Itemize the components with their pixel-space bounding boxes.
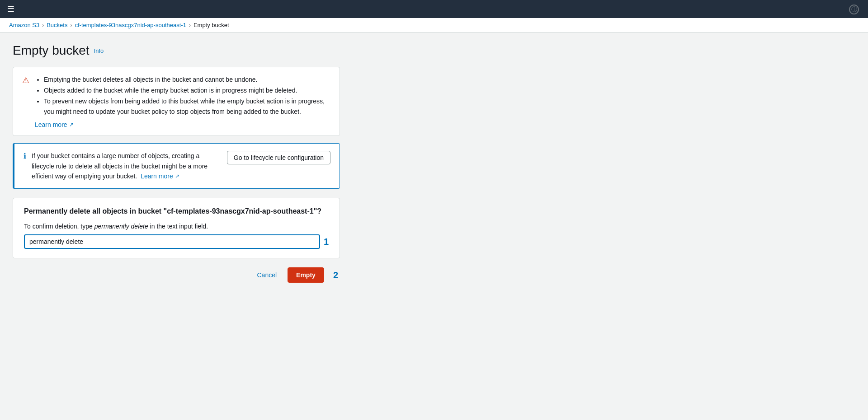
- step-2-number: 2: [333, 270, 338, 280]
- cancel-button[interactable]: Cancel: [251, 269, 282, 281]
- step-1-number: 1: [324, 237, 329, 247]
- top-navigation-bar: ☰: [0, 0, 868, 18]
- confirmation-input[interactable]: [24, 234, 320, 249]
- warning-bullet-2: Objects added to the bucket while the em…: [44, 85, 330, 96]
- warning-bullet-1: Emptying the bucket deletes all objects …: [44, 75, 330, 85]
- breadcrumb-current-page: Empty bucket: [193, 22, 229, 28]
- external-link-icon-info: ↗: [175, 172, 179, 181]
- info-box: ℹ If your bucket contains a large number…: [13, 143, 340, 189]
- info-circle-icon: ℹ: [24, 152, 26, 160]
- info-box-text: If your bucket contains a large number o…: [32, 151, 222, 181]
- warning-learn-more-link[interactable]: Learn more ↗: [35, 121, 74, 128]
- info-learn-more-link[interactable]: Learn more ↗: [141, 171, 179, 181]
- breadcrumb-bucket-name[interactable]: cf-templates-93nascgx7nid-ap-southeast-1: [75, 22, 186, 28]
- delete-instruction: To confirm deletion, type permanently de…: [24, 223, 329, 230]
- warning-bullet-3: To prevent new objects from being added …: [44, 96, 330, 118]
- lifecycle-rule-button[interactable]: Go to lifecycle rule configuration: [227, 151, 330, 164]
- page-title-row: Empty bucket Info: [13, 43, 340, 58]
- breadcrumb-amazon-s3[interactable]: Amazon S3: [9, 22, 39, 28]
- warning-box: ⚠ Emptying the bucket deletes all object…: [13, 67, 340, 136]
- delete-confirmation-box: Permanently delete all objects in bucket…: [13, 198, 340, 258]
- breadcrumb-buckets[interactable]: Buckets: [47, 22, 67, 28]
- breadcrumb-sep-2: ›: [70, 22, 72, 28]
- action-row: Cancel Empty 2: [13, 267, 340, 283]
- external-link-icon-warning: ↗: [69, 121, 74, 128]
- help-icon[interactable]: ⓘ: [849, 5, 859, 14]
- page-title: Empty bucket: [13, 43, 90, 58]
- warning-icon: ⚠: [22, 75, 29, 128]
- breadcrumb-sep-3: ›: [189, 22, 191, 28]
- warning-content: Emptying the bucket deletes all objects …: [35, 75, 330, 128]
- main-content: Empty bucket Info ⚠ Emptying the bucket …: [0, 33, 353, 294]
- menu-icon[interactable]: ☰: [7, 4, 14, 14]
- breadcrumb: Amazon S3 › Buckets › cf-templates-93nas…: [0, 18, 868, 33]
- delete-title: Permanently delete all objects in bucket…: [24, 207, 329, 215]
- info-badge[interactable]: Info: [94, 47, 104, 54]
- breadcrumb-sep-1: ›: [42, 22, 44, 28]
- empty-button[interactable]: Empty: [288, 267, 324, 283]
